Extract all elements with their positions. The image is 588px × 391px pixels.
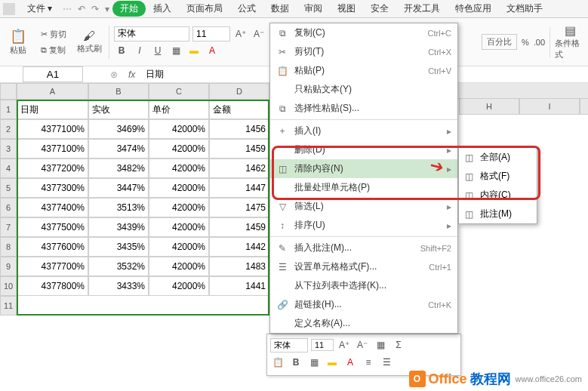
cond-format-icon: ▤ xyxy=(565,23,576,38)
tab-start[interactable]: 开始 xyxy=(112,1,146,17)
tab-formula[interactable]: 公式 xyxy=(230,2,263,15)
ctx-item[interactable]: ✎插入批注(M)...Shift+F2 xyxy=(270,239,457,257)
mini-size-select[interactable]: 11 xyxy=(311,339,334,351)
number-format-select[interactable]: 百分比 xyxy=(482,34,517,50)
ctx-item[interactable]: ▽筛选(L)▸ xyxy=(270,197,457,216)
mini-align-icon[interactable]: ≡ xyxy=(361,355,376,370)
select-all-corner[interactable] xyxy=(0,83,17,100)
row-head[interactable]: 8 xyxy=(0,237,17,257)
tab-dev[interactable]: 开发工具 xyxy=(396,2,448,15)
mini-inc-font-icon[interactable]: A⁺ xyxy=(337,337,352,353)
ctx-item[interactable]: 删除(D)▸ xyxy=(270,140,457,159)
increase-font-icon[interactable]: A⁺ xyxy=(233,26,248,42)
ctx-item[interactable]: ⧉选择性粘贴(S)... xyxy=(270,99,457,118)
mini-bold-icon[interactable]: B xyxy=(288,355,303,370)
mini-dec-font-icon[interactable]: A⁻ xyxy=(355,337,370,353)
mini-sum-icon[interactable]: Σ xyxy=(391,337,406,353)
decimal-icon[interactable]: .00 xyxy=(534,38,545,47)
row-head[interactable]: 4 xyxy=(0,159,17,178)
col-head-h[interactable]: H xyxy=(459,98,519,115)
ctx-item-icon: ◫ xyxy=(276,164,288,174)
cut-button[interactable]: ✂剪切 xyxy=(38,27,69,42)
row-head[interactable]: 7 xyxy=(0,217,17,237)
percent-icon[interactable]: % xyxy=(522,38,529,47)
ctx-item[interactable]: ◫清除内容(N)▸ xyxy=(270,159,457,178)
tab-special[interactable]: 特色应用 xyxy=(448,2,499,15)
brush-icon: 🖌 xyxy=(83,29,95,43)
row-head[interactable]: 9 xyxy=(0,257,17,276)
cond-format-button[interactable]: ▤ 条件格式 xyxy=(555,23,585,61)
tab-layout[interactable]: 页面布局 xyxy=(179,2,230,15)
mini-merge-icon[interactable]: ▦ xyxy=(373,337,388,353)
tab-dochelper[interactable]: 文档助手 xyxy=(499,2,550,15)
row-head[interactable]: 10 xyxy=(0,276,17,296)
col-head-j[interactable]: J xyxy=(580,98,588,115)
submenu-item[interactable]: ◫格式(F) xyxy=(459,167,537,186)
col-head-i[interactable]: I xyxy=(519,98,580,115)
undo-icon[interactable]: ↶ xyxy=(75,4,88,14)
copy-button[interactable]: ⧉复制 xyxy=(38,43,69,57)
ctx-item[interactable]: 🔗超链接(H)...Ctrl+K xyxy=(270,295,457,314)
redo-icon[interactable]: ↷ xyxy=(88,4,102,14)
header-price[interactable]: 单价 xyxy=(149,100,209,119)
ctx-item[interactable]: 📋粘贴(P)Ctrl+V xyxy=(270,61,457,80)
row-head[interactable]: 6 xyxy=(0,198,17,217)
header-received[interactable]: 实收 xyxy=(88,100,149,119)
bold-button[interactable]: B xyxy=(114,43,129,58)
ctx-item[interactable]: ✂剪切(T)Ctrl+X xyxy=(270,42,457,61)
ctx-item-icon: ✂ xyxy=(276,47,288,57)
border-button[interactable]: ▦ xyxy=(168,43,183,58)
row-head[interactable]: 3 xyxy=(0,139,17,159)
menubar: 文件 ▾ ⋯ ↶ ↷ ▾ 开始 插入 页面布局 公式 数据 审阅 视图 安全 开… xyxy=(0,0,588,18)
font-size-select[interactable] xyxy=(192,26,230,42)
submenu-item[interactable]: ◫全部(A) xyxy=(459,148,537,167)
header-date[interactable]: 日期 xyxy=(17,100,88,119)
mini-format-icon[interactable]: ☰ xyxy=(379,355,394,370)
mini-fill-icon[interactable]: ▬ xyxy=(325,355,340,370)
fx-label[interactable]: fx xyxy=(128,69,135,80)
col-head-b[interactable]: B xyxy=(88,83,149,100)
name-box[interactable] xyxy=(23,66,83,82)
ctx-item[interactable]: 定义名称(A)... xyxy=(270,314,457,333)
submenu-item[interactable]: ◫内容(C) xyxy=(459,186,537,205)
app-menu-icon[interactable] xyxy=(3,3,15,15)
tab-security[interactable]: 安全 xyxy=(363,2,396,15)
paste-button[interactable]: 📋 粘贴 xyxy=(3,23,33,61)
row-head[interactable]: 5 xyxy=(0,178,17,198)
mini-font-select[interactable]: 宋体 xyxy=(270,338,308,353)
ctx-item[interactable]: ☰设置单元格格式(F)...Ctrl+1 xyxy=(270,257,457,276)
formula-input[interactable]: 日期 xyxy=(141,66,168,82)
mini-border-icon[interactable]: ▦ xyxy=(306,355,322,370)
row-head[interactable]: 2 xyxy=(0,119,17,139)
ctx-item[interactable]: ⧉复制(C)Ctrl+C xyxy=(270,23,457,42)
ctx-item[interactable]: ↕排序(U)▸ xyxy=(270,216,457,235)
fx-cancel-icon[interactable]: ⊗ xyxy=(110,69,118,80)
header-amount[interactable]: 金额 xyxy=(209,100,269,119)
col-head-c[interactable]: C xyxy=(149,83,209,100)
menu-file[interactable]: 文件 ▾ xyxy=(20,2,60,15)
more-icon[interactable]: ▾ xyxy=(102,4,112,14)
tab-data[interactable]: 数据 xyxy=(263,2,297,15)
tab-insert[interactable]: 插入 xyxy=(146,2,179,15)
row-head-1[interactable]: 1 xyxy=(0,100,17,119)
ctx-item[interactable]: 只粘贴文本(Y) xyxy=(270,80,457,99)
tab-review[interactable]: 审阅 xyxy=(297,2,330,15)
row-head-11[interactable]: 11 xyxy=(0,296,17,316)
ctx-item[interactable]: ＋插入(I)▸ xyxy=(270,122,457,140)
font-color-button[interactable]: A xyxy=(205,43,220,58)
fill-color-button[interactable]: ▬ xyxy=(186,43,202,58)
col-head-a[interactable]: A xyxy=(17,83,88,100)
underline-button[interactable]: U xyxy=(150,43,165,58)
ctx-item[interactable]: 从下拉列表中选择(K)... xyxy=(270,276,457,295)
font-select[interactable] xyxy=(114,26,189,42)
submenu-item[interactable]: ◫批注(M) xyxy=(459,205,537,223)
ctx-item-label: 删除(D) xyxy=(294,143,441,156)
formatpainter-button[interactable]: 🖌 格式刷 xyxy=(74,23,104,61)
mini-paste-icon[interactable]: 📋 xyxy=(270,355,285,370)
mini-fontcolor-icon[interactable]: A xyxy=(343,355,358,370)
ctx-item[interactable]: 批量处理单元格(P) xyxy=(270,178,457,197)
col-head-d[interactable]: D xyxy=(209,83,269,100)
tab-view[interactable]: 视图 xyxy=(330,2,363,15)
decrease-font-icon[interactable]: A⁻ xyxy=(251,26,266,42)
italic-button[interactable]: I xyxy=(132,43,147,58)
